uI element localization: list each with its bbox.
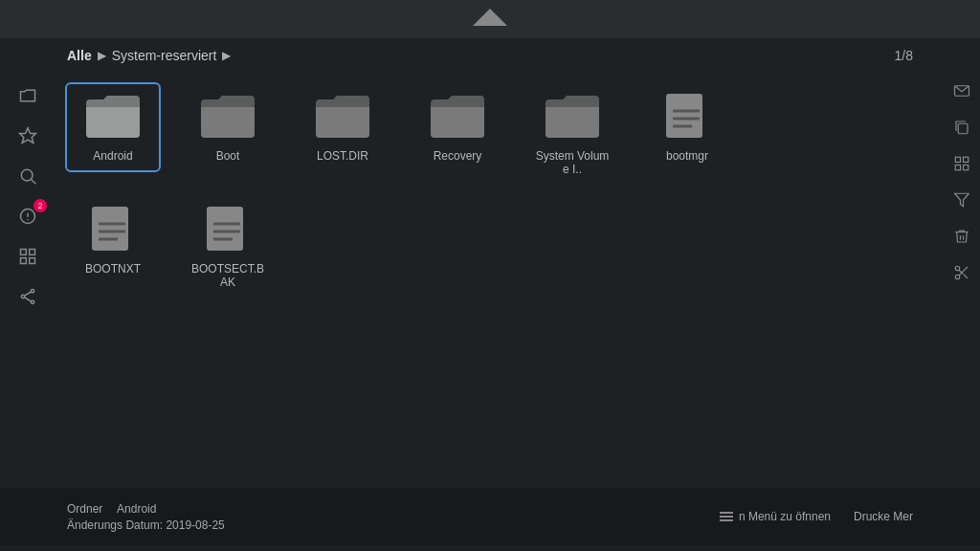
svg-rect-26 xyxy=(958,123,968,134)
file-item-lostdir[interactable]: LOST.DIR xyxy=(295,82,390,172)
svg-rect-27 xyxy=(955,157,960,162)
breadcrumb-bar: Alle ▶ System-reserviert ▶ 1/8 xyxy=(0,38,980,73)
folder-icon-systemvolume xyxy=(544,92,601,143)
bottom-menu-label: n Menü zu öfnnen xyxy=(739,510,831,523)
file-grid: Android Boot LOST.DIR xyxy=(56,73,944,488)
file-label-bootsectbak: BOOTSECT.BAK xyxy=(189,262,266,289)
sidebar-star-icon[interactable] xyxy=(14,122,41,149)
svg-point-8 xyxy=(31,290,33,293)
svg-point-10 xyxy=(31,300,33,303)
right-email-icon[interactable] xyxy=(953,82,970,99)
sidebar-share-icon[interactable] xyxy=(14,283,41,310)
file-label-boot: Boot xyxy=(216,149,240,163)
breadcrumb-separator: ▶ xyxy=(98,49,106,62)
breadcrumb-path[interactable]: System-reserviert xyxy=(112,48,217,63)
bottom-date: Änderungs Datum: 2019-08-25 xyxy=(67,518,225,532)
bottom-type-name: Ordner Android xyxy=(67,502,225,516)
bottom-press-hint: Drucke Mer xyxy=(854,510,913,523)
file-item-android[interactable]: Android xyxy=(65,82,161,172)
right-filter-icon[interactable] xyxy=(953,191,970,209)
menu-lines-icon xyxy=(720,512,733,521)
breadcrumb-count: 1/8 xyxy=(895,48,913,63)
svg-rect-7 xyxy=(30,258,35,264)
svg-rect-29 xyxy=(955,165,960,170)
svg-rect-30 xyxy=(964,165,969,170)
bottom-name-label: Android xyxy=(117,502,156,516)
doc-icon-bootmgr xyxy=(658,92,716,143)
file-item-recovery[interactable]: Recovery xyxy=(410,82,505,172)
file-item-bootmgr[interactable]: bootmgr xyxy=(639,82,735,172)
svg-rect-28 xyxy=(964,157,969,162)
svg-rect-6 xyxy=(21,258,27,264)
right-gridview-icon[interactable] xyxy=(953,155,970,172)
svg-line-11 xyxy=(25,292,32,296)
svg-line-12 xyxy=(25,298,32,301)
top-bar xyxy=(0,0,980,38)
grid-row-1: Android Boot LOST.DIR xyxy=(65,82,924,186)
file-item-bootnxt[interactable]: BOOTNXT xyxy=(65,195,161,285)
doc-icon-bootsectbak xyxy=(199,205,256,256)
folder-icon-boot xyxy=(199,92,256,143)
folder-icon-android xyxy=(84,92,142,143)
sidebar: 2 xyxy=(0,73,56,488)
doc-icon-bootnxt xyxy=(84,205,142,256)
sidebar-search-icon[interactable] xyxy=(14,163,41,189)
svg-line-34 xyxy=(964,275,968,278)
file-label-android: Android xyxy=(93,149,132,163)
bottom-hints: n Menü zu öfnnen Drucke Mer xyxy=(720,510,913,523)
file-label-lostdir: LOST.DIR xyxy=(317,149,368,163)
file-label-bootmgr: bootmgr xyxy=(666,149,708,163)
sidebar-badge-icon[interactable]: 2 xyxy=(14,203,41,230)
file-label-bootnxt: BOOTNXT xyxy=(85,262,141,276)
right-copy-icon[interactable] xyxy=(953,119,970,136)
main-area: 2 xyxy=(0,73,980,488)
bottom-type-label: Ordner xyxy=(67,502,102,516)
up-arrow-icon[interactable] xyxy=(473,9,507,26)
right-cut-icon[interactable] xyxy=(953,264,970,281)
grid-row-2: BOOTNXT BOOTSECT.BAK xyxy=(65,195,924,298)
file-label-systemvolume: System Volume I.. xyxy=(534,149,611,176)
svg-line-2 xyxy=(32,180,36,185)
breadcrumb: Alle ▶ System-reserviert ▶ xyxy=(67,48,231,63)
svg-rect-5 xyxy=(30,250,35,255)
breadcrumb-all[interactable]: Alle xyxy=(67,48,92,63)
breadcrumb-separator-2: ▶ xyxy=(222,49,231,62)
sidebar-folder-icon[interactable] xyxy=(14,82,41,109)
right-trash-icon[interactable] xyxy=(953,228,970,245)
sidebar-grid-icon[interactable] xyxy=(14,243,41,270)
file-item-boot[interactable]: Boot xyxy=(180,82,276,172)
bottom-info: Ordner Android Änderungs Datum: 2019-08-… xyxy=(67,502,225,532)
folder-icon-lostdir xyxy=(314,92,371,143)
notification-badge: 2 xyxy=(33,199,47,212)
bottom-press-label: Drucke Mer xyxy=(854,510,913,523)
file-item-bootsectbak[interactable]: BOOTSECT.BAK xyxy=(180,195,276,298)
svg-rect-4 xyxy=(21,250,27,255)
bottom-menu-hint: n Menü zu öfnnen xyxy=(720,510,831,523)
folder-icon-recovery xyxy=(429,92,486,143)
svg-marker-0 xyxy=(20,128,36,143)
svg-point-1 xyxy=(21,169,33,181)
svg-point-9 xyxy=(21,295,24,298)
file-label-recovery: Recovery xyxy=(434,149,482,163)
file-item-systemvolume[interactable]: System Volume I.. xyxy=(524,82,620,186)
svg-point-32 xyxy=(955,275,960,279)
bottom-bar: Ordner Android Änderungs Datum: 2019-08-… xyxy=(0,488,980,545)
right-panel xyxy=(944,73,980,488)
